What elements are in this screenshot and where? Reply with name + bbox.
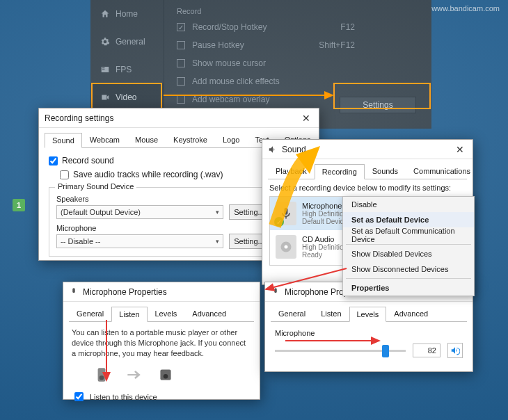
- sidebar-item-label: FPS: [116, 65, 132, 74]
- close-icon[interactable]: ✕: [299, 113, 313, 124]
- row-value: Shift+F12: [319, 40, 355, 50]
- description: You can listen to a portable music playe…: [72, 328, 251, 359]
- tab-logo[interactable]: Logo: [215, 132, 247, 147]
- sidebar-item-general[interactable]: General: [90, 28, 164, 56]
- label-microphone: Microphone: [275, 329, 463, 337]
- checkbox-input[interactable]: [60, 170, 69, 179]
- checkbox-icon[interactable]: [177, 41, 185, 49]
- row-label: Add mouse click effects: [192, 76, 280, 86]
- player-icon: [93, 366, 111, 384]
- row-click-effects[interactable]: Add mouse click effects: [164, 72, 431, 90]
- tabs: Playback Recording Sounds Communications: [262, 159, 473, 179]
- checkbox-listen-to-this-device[interactable]: Listen to this device: [72, 389, 251, 405]
- sidebar-item-label: General: [116, 37, 145, 47]
- checkbox-label: Record sound: [62, 156, 114, 165]
- select-value: (Default Output Device): [61, 208, 141, 216]
- svg-point-5: [164, 373, 168, 378]
- dialog-titlebar: Sound ✕: [262, 140, 473, 159]
- volume-slider[interactable]: [275, 350, 406, 352]
- tab-general[interactable]: General: [69, 306, 111, 321]
- select-speakers[interactable]: (Default Output Device)▾: [56, 205, 223, 219]
- tab-listen[interactable]: Listen: [111, 307, 147, 322]
- tab-mouse[interactable]: Mouse: [127, 132, 166, 147]
- tabs: General Listen Levels Advanced: [63, 302, 260, 321]
- dialog-title: Sound: [282, 145, 306, 154]
- sidebar-item-home[interactable]: Home: [90, 0, 164, 28]
- watermark: www.bandicam.com: [431, 4, 500, 13]
- tab-levels[interactable]: Levels: [148, 306, 185, 321]
- step-badge-1: 1: [13, 199, 25, 211]
- row-value: F12: [340, 22, 355, 32]
- checkbox-label: Save audio tracks while recording (.wav): [73, 170, 223, 179]
- menu-show-disabled[interactable]: Show Disabled Devices: [343, 246, 474, 261]
- checkbox-input[interactable]: [74, 392, 84, 401]
- dialog-title: Recording settings: [45, 113, 113, 123]
- row-label: Add webcam overlay: [192, 95, 269, 104]
- menu-set-default[interactable]: Set as Default Device: [343, 212, 474, 227]
- button-label: Setting...: [234, 208, 264, 216]
- tab-keystroke[interactable]: Keystroke: [166, 132, 215, 147]
- row-label: Pause Hotkey: [192, 40, 244, 50]
- sidebar-item-video[interactable]: Video: [90, 83, 164, 111]
- mute-button[interactable]: [447, 343, 463, 358]
- row-mouse-cursor[interactable]: Show mouse cursor: [164, 54, 431, 72]
- button-label: Settings: [363, 100, 392, 110]
- microphone-icon: [69, 287, 79, 297]
- tab-advanced[interactable]: Advanced: [386, 306, 436, 321]
- sidebar-item-fps[interactable]: FPS: [90, 56, 164, 83]
- select-value: -- Disable --: [61, 237, 100, 245]
- row-label: Show mouse cursor: [192, 58, 266, 68]
- checkbox-icon[interactable]: [177, 77, 185, 86]
- checkbox-icon[interactable]: [177, 23, 185, 31]
- select-microphone[interactable]: -- Disable --▾: [56, 234, 223, 248]
- speaker-icon: [450, 346, 460, 355]
- row-record-hotkey[interactable]: Record/Stop HotkeyF12: [164, 18, 431, 36]
- menu-properties[interactable]: Properties: [343, 280, 474, 296]
- menu-disable[interactable]: Disable: [343, 197, 474, 212]
- slider-thumb[interactable]: [382, 345, 389, 357]
- tab-playback[interactable]: Playback: [268, 163, 315, 179]
- illustration: [93, 366, 251, 384]
- description: Select a recording device below to modif…: [269, 184, 466, 192]
- tab-webcam[interactable]: Webcam: [82, 132, 127, 147]
- row-label: Record/Stop Hotkey: [192, 22, 267, 32]
- dialog-body: Microphone 82: [265, 322, 473, 365]
- svg-point-3: [100, 375, 104, 380]
- microphone-icon: [271, 287, 280, 297]
- group-legend: Primary Sound Device: [55, 182, 136, 191]
- button-label: Setting...: [234, 237, 264, 245]
- chevron-down-icon: ▾: [216, 209, 219, 216]
- dialog-body: You can listen to a portable music playe…: [63, 322, 260, 410]
- chevron-down-icon: ▾: [216, 238, 219, 245]
- tabs: General Listen Levels Advanced: [265, 302, 473, 321]
- mic-properties-listen-dialog: Microphone Properties General Listen Lev…: [63, 282, 260, 400]
- dialog-titlebar: Recording settings ✕: [39, 108, 319, 128]
- section-heading: Record: [164, 0, 431, 18]
- menu-show-disconnected[interactable]: Show Disconnected Devices: [343, 261, 474, 277]
- settings-button[interactable]: Settings: [340, 97, 416, 113]
- tab-advanced[interactable]: Advanced: [184, 306, 234, 321]
- disc-icon: [276, 235, 296, 259]
- tab-general[interactable]: General: [271, 306, 313, 321]
- context-menu: Disable Set as Default Device Set as Def…: [342, 196, 475, 296]
- volume-value[interactable]: 82: [413, 344, 440, 357]
- home-icon: [100, 9, 110, 19]
- menu-set-default-comm[interactable]: Set as Default Communication Device: [343, 227, 474, 243]
- tab-listen[interactable]: Listen: [313, 306, 349, 321]
- tab-levels[interactable]: Levels: [349, 307, 387, 322]
- sidebar-item-label: Video: [116, 92, 136, 102]
- checkbox-icon[interactable]: [177, 59, 185, 67]
- checkbox-icon[interactable]: [177, 95, 185, 104]
- close-icon[interactable]: ✕: [453, 144, 467, 155]
- tab-sounds[interactable]: Sounds: [365, 163, 406, 179]
- fps-icon: [100, 65, 110, 74]
- tab-sound[interactable]: Sound: [45, 133, 82, 148]
- dialog-titlebar: Microphone Properties: [63, 282, 260, 302]
- microphone-icon: ✓: [276, 202, 296, 225]
- tab-communications[interactable]: Communications: [406, 163, 478, 179]
- checkbox-input[interactable]: [49, 156, 58, 165]
- row-pause-hotkey[interactable]: Pause HotkeyShift+F12: [164, 36, 431, 54]
- tab-recording[interactable]: Recording: [315, 164, 365, 179]
- arrow-right-icon: [125, 366, 143, 384]
- speaker-icon: [157, 366, 175, 384]
